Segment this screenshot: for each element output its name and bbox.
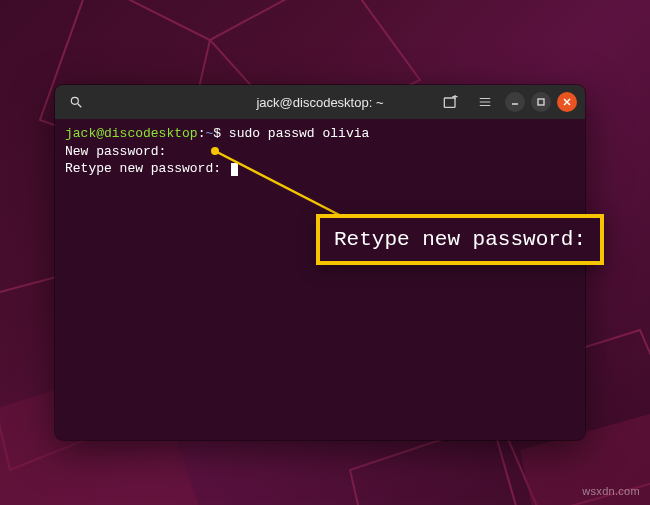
search-icon <box>69 95 83 109</box>
menu-button[interactable] <box>471 88 499 116</box>
svg-rect-2 <box>444 98 455 107</box>
maximize-button[interactable] <box>531 92 551 112</box>
svg-point-0 <box>71 97 78 104</box>
search-button[interactable] <box>61 88 91 116</box>
terminal-line: New password: <box>65 143 575 161</box>
close-button[interactable] <box>557 92 577 112</box>
minimize-icon <box>510 97 520 107</box>
hamburger-icon <box>478 95 492 109</box>
window-titlebar[interactable]: jack@discodesktop: ~ <box>55 85 585 119</box>
callout-box: Retype new password: <box>316 214 604 265</box>
prompt-user: jack@discodesktop <box>65 126 198 141</box>
terminal-line: jack@discodesktop:~$ sudo passwd olivia <box>65 125 575 143</box>
svg-line-1 <box>78 104 82 108</box>
new-tab-button[interactable] <box>437 88 465 116</box>
callout-text: Retype new password: <box>334 228 586 251</box>
close-icon <box>562 97 572 107</box>
cursor <box>231 163 238 176</box>
command-text: sudo passwd olivia <box>229 126 369 141</box>
new-tab-icon <box>443 95 459 109</box>
watermark: wsxdn.com <box>582 485 640 497</box>
maximize-icon <box>536 97 546 107</box>
minimize-button[interactable] <box>505 92 525 112</box>
svg-rect-9 <box>538 99 544 105</box>
terminal-line: Retype new password: <box>65 160 575 178</box>
terminal-output[interactable]: jack@discodesktop:~$ sudo passwd olivia … <box>55 119 585 440</box>
